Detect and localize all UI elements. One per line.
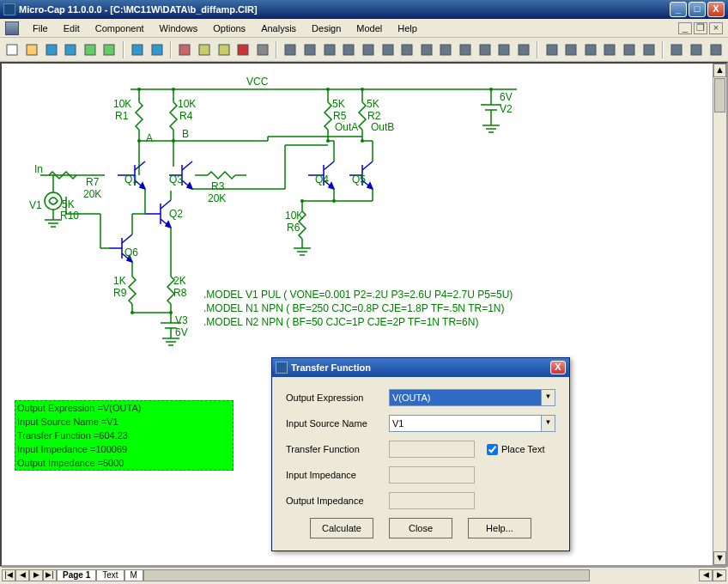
close-button[interactable]: X <box>707 2 725 17</box>
r5-val: 5K <box>332 98 345 110</box>
tab-next-button[interactable]: ▶ <box>29 569 43 581</box>
mdi-restore-button[interactable]: ❐ <box>694 22 707 34</box>
open-button[interactable] <box>23 40 41 59</box>
in-imp-output <box>389 466 475 484</box>
in-src-input[interactable] <box>389 415 542 432</box>
tile-horiz-button[interactable] <box>543 40 561 59</box>
in-src-dropdown[interactable]: ▼ <box>542 415 555 432</box>
cascade-button[interactable] <box>582 40 600 59</box>
hscroll-right-button[interactable]: ▶ <box>713 569 726 581</box>
scroll-down-button[interactable]: ▼ <box>713 551 726 565</box>
menu-help[interactable]: Help <box>391 21 424 35</box>
svg-rect-33 <box>691 45 701 55</box>
out-expr-dropdown[interactable]: ▼ <box>542 389 555 406</box>
nand-button[interactable] <box>437 40 455 59</box>
crystal-button[interactable] <box>476 40 494 59</box>
close-dialog-button[interactable]: Close <box>389 518 452 538</box>
vertical-scrollbar[interactable]: ▲ ▼ <box>713 64 726 565</box>
dialog-close-button[interactable]: X <box>550 361 566 374</box>
tab-last-button[interactable]: ▶| <box>43 569 57 581</box>
capacitor-button[interactable] <box>320 40 338 59</box>
r10-val: 5K <box>62 198 75 210</box>
scroll-up-button[interactable]: ▲ <box>713 64 726 77</box>
vscroll-thumb[interactable] <box>714 78 725 113</box>
out-imp-label: Output Impedance <box>286 496 389 506</box>
ground-button[interactable] <box>282 40 300 59</box>
op-amp-button[interactable] <box>418 40 436 59</box>
tab-text[interactable]: Text <box>96 569 124 581</box>
cut-button[interactable] <box>176 40 194 59</box>
globe-button[interactable] <box>668 40 686 59</box>
inductor-button[interactable] <box>360 40 378 59</box>
voltage-source-button[interactable] <box>301 40 319 59</box>
svg-point-136 <box>172 88 175 91</box>
menu-model[interactable]: Model <box>349 21 389 35</box>
dialog-title: Transfer Function <box>291 362 550 373</box>
menu-design[interactable]: Design <box>305 21 348 35</box>
window2-button[interactable] <box>621 40 639 59</box>
svg-point-140 <box>137 139 141 143</box>
save-button[interactable] <box>42 40 60 59</box>
new-button[interactable] <box>3 40 21 59</box>
q4: Q4 <box>315 173 329 186</box>
paste-button[interactable] <box>215 40 233 59</box>
out-expr-label: Output Expression <box>286 392 389 403</box>
menu-windows[interactable]: Windows <box>153 21 205 35</box>
window1-button[interactable] <box>601 40 619 59</box>
tab-page1[interactable]: Page 1 <box>57 569 96 581</box>
copy-button[interactable] <box>196 40 214 59</box>
menu-analysis[interactable]: Analysis <box>254 21 303 35</box>
schematic-canvas[interactable]: VCC 10K R1 10K R4 5K R5 5K R2 6V V2 OutA… <box>2 64 726 565</box>
menu-component[interactable]: Component <box>88 21 151 35</box>
hscroll-thumb[interactable] <box>143 569 590 581</box>
menu-options[interactable]: Options <box>206 21 252 35</box>
circle-button[interactable] <box>515 40 533 59</box>
dialog-titlebar[interactable]: Transfer Function X <box>272 358 569 377</box>
menu-file[interactable]: File <box>26 21 55 35</box>
v2-val: 6V <box>500 91 513 103</box>
r10-ref: R10 <box>60 210 79 222</box>
mdi-close-button[interactable]: × <box>709 22 723 34</box>
spreadsheet-button[interactable] <box>100 40 118 59</box>
zoom-button[interactable] <box>640 40 658 59</box>
outa: OutA <box>335 121 358 133</box>
calculate-button[interactable]: Calculate <box>310 518 373 538</box>
r3-val: 20K <box>208 192 226 204</box>
place-text-checkbox[interactable] <box>487 444 498 455</box>
mosfet-button[interactable] <box>398 40 416 59</box>
svg-rect-18 <box>383 45 393 55</box>
svg-rect-12 <box>258 45 268 55</box>
save-all-button[interactable] <box>62 40 80 59</box>
hscroll-track[interactable] <box>143 569 699 581</box>
svg-marker-67 <box>140 183 145 189</box>
result-out-expr: Output Expression =V(OUTA) <box>17 401 231 415</box>
maximize-button[interactable]: □ <box>689 2 706 17</box>
tab-first-button[interactable]: |◀ <box>2 569 15 581</box>
lamp-button[interactable] <box>495 40 513 59</box>
select-area-button[interactable] <box>254 40 272 59</box>
plot-button[interactable] <box>688 40 706 59</box>
undo-button[interactable] <box>129 40 147 59</box>
tab-prev-button[interactable]: ◀ <box>15 569 29 581</box>
help-button[interactable]: Help... <box>468 518 531 538</box>
mdi-min-button[interactable]: _ <box>678 22 692 34</box>
q2: Q2 <box>169 208 183 220</box>
menu-edit[interactable]: Edit <box>57 21 87 35</box>
hscroll-left-button[interactable]: ◀ <box>699 569 713 581</box>
minimize-button[interactable]: _ <box>670 2 687 17</box>
schematic-button[interactable] <box>82 40 100 59</box>
out-expr-input[interactable] <box>389 389 542 406</box>
node-b: B <box>182 128 189 140</box>
tab-m[interactable]: M <box>124 569 143 581</box>
resistor-button[interactable] <box>340 40 358 59</box>
menu-bar: File Edit Component Windows Options Anal… <box>0 19 728 38</box>
diode-button[interactable] <box>379 40 397 59</box>
help-button[interactable] <box>707 40 725 59</box>
transformer-button[interactable] <box>457 40 475 59</box>
svg-rect-9 <box>199 45 209 55</box>
delete-button[interactable] <box>234 40 252 59</box>
redo-button[interactable] <box>148 40 166 59</box>
in-src-label: Input Source Name <box>286 418 389 429</box>
tile-vert-button[interactable] <box>562 40 580 59</box>
q3: Q3 <box>169 173 183 186</box>
